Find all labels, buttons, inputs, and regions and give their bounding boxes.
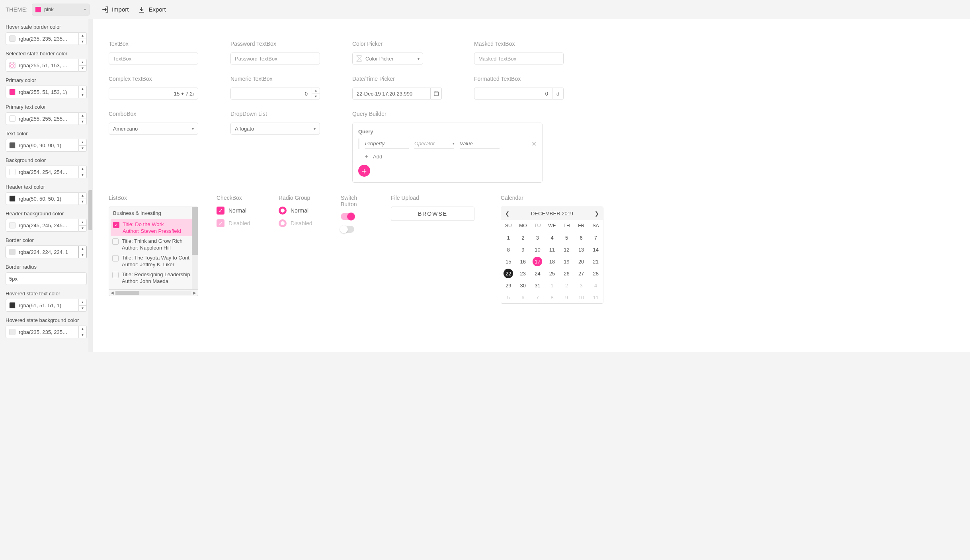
calendar-day[interactable]: 4 [588,279,603,291]
listbox-hscroll[interactable]: ◀▶ [109,289,198,296]
calendar-day[interactable]: 3 [530,232,545,244]
spin-buttons[interactable]: ▲▼ [79,139,87,152]
calendar-day[interactable]: 6 [574,232,589,244]
header-text-input[interactable]: rgba(50, 50, 50, 1) [6,192,79,205]
calendar-day[interactable]: 21 [588,256,603,267]
calendar-day[interactable]: 7 [530,291,545,303]
calendar-day[interactable]: 17 [530,256,545,267]
calendar-day[interactable]: 28 [588,267,603,279]
spin-buttons[interactable]: ▲▼ [79,112,87,125]
spin-buttons[interactable]: ▲▼ [79,86,87,98]
theme-select[interactable]: pink ▾ [32,4,90,16]
primary-input[interactable]: rgba(255, 51, 153, 1) [6,86,79,98]
header-bg-input[interactable]: rgba(245, 245, 245… [6,219,79,232]
listbox[interactable]: Business & Investing ✓Title: Do the Work… [109,207,198,296]
calendar-day[interactable]: 22 [501,267,516,279]
list-item[interactable]: Title: Think and Grow RichAuthor: Napole… [109,236,198,253]
checkbox-normal[interactable]: ✓Normal [217,207,260,215]
calendar-next[interactable]: ❯ [595,211,599,217]
query-operator[interactable]: Operator▾ [414,139,454,149]
datetime-input[interactable] [352,88,431,100]
hovered-bg-input[interactable]: rgba(235, 235, 235… [6,326,79,338]
query-value[interactable] [460,139,500,149]
calendar-day[interactable]: 5 [559,232,574,244]
calendar-icon[interactable] [431,88,442,100]
calendar-day[interactable]: 2 [516,232,531,244]
switch-on[interactable] [341,213,354,220]
spin-buttons[interactable]: ▲▼ [312,88,320,100]
primary-text-input[interactable]: rgba(255, 255, 255… [6,112,79,125]
bg-input[interactable]: rgba(254, 254, 254… [6,166,79,178]
spin-buttons[interactable]: ▲▼ [79,166,87,178]
radio-normal[interactable]: Normal [279,207,322,215]
calendar-prev[interactable]: ❮ [505,211,509,217]
calendar-day[interactable]: 26 [559,267,574,279]
calendar-day[interactable]: 10 [530,244,545,256]
calendar-day[interactable]: 13 [574,244,589,256]
calendar-day[interactable]: 19 [559,256,574,267]
spin-buttons[interactable]: ▲▼ [79,326,87,338]
calendar-day[interactable]: 18 [545,256,560,267]
colorpicker-input[interactable]: Color Picker ▾ [352,53,423,64]
spin-buttons[interactable]: ▲▼ [79,32,87,45]
list-item[interactable]: ✓Title: Do the WorkAuthor: Steven Pressf… [111,219,196,236]
calendar-day[interactable]: 5 [501,291,516,303]
calendar-day[interactable]: 10 [574,291,589,303]
radius-input[interactable] [6,272,87,285]
border-input[interactable]: rgba(224, 224, 224, 1 [6,246,79,258]
calendar-day[interactable]: 14 [588,244,603,256]
calendar-day[interactable]: 9 [559,291,574,303]
calendar-day[interactable]: 31 [530,279,545,291]
password-input[interactable] [230,53,320,64]
calendar-day[interactable]: 1 [545,279,560,291]
calendar-day[interactable]: 7 [588,232,603,244]
spin-buttons[interactable]: ▲▼ [79,299,87,312]
sidebar-scrollbar[interactable] [88,19,92,352]
text-color-input[interactable]: rgba(90, 90, 90, 1) [6,139,79,152]
calendar-day[interactable]: 8 [501,244,516,256]
calendar-day[interactable]: 29 [501,279,516,291]
masked-input[interactable] [474,53,564,64]
hovered-text-input[interactable]: rgba(51, 51, 51, 1) [6,299,79,312]
browse-button[interactable]: BROWSE [391,207,474,221]
calendar-day[interactable]: 23 [516,267,531,279]
spin-buttons[interactable]: ▲▼ [79,246,87,258]
close-icon[interactable]: ✕ [531,140,537,148]
calendar-day[interactable]: 8 [545,291,560,303]
import-button[interactable]: Import [101,6,129,13]
calendar-day[interactable]: 2 [559,279,574,291]
spin-buttons[interactable]: ▲▼ [79,59,87,72]
calendar-day[interactable]: 27 [574,267,589,279]
formatted-input[interactable] [474,88,552,100]
selected-border-input[interactable]: rgba(255, 51, 153, … [6,59,79,72]
calendar-day[interactable]: 15 [501,256,516,267]
calendar-day[interactable]: 1 [501,232,516,244]
calendar-day[interactable]: 25 [545,267,560,279]
spin-buttons[interactable]: ▲▼ [79,192,87,205]
calendar-day[interactable]: 11 [588,291,603,303]
dropdown[interactable]: Affogato▾ [230,123,320,135]
combobox[interactable]: Americano▾ [109,123,198,135]
calendar-day[interactable]: 24 [530,267,545,279]
query-plus-button[interactable]: ＋ [358,165,370,177]
calendar-day[interactable]: 20 [574,256,589,267]
calendar-day[interactable]: 4 [545,232,560,244]
spin-buttons[interactable]: ▲▼ [79,219,87,232]
complex-input[interactable] [109,88,198,100]
list-item[interactable]: Title: Redesigning LeadershipAuthor: Joh… [109,269,198,286]
calendar-day[interactable]: 16 [516,256,531,267]
calendar-day[interactable]: 12 [559,244,574,256]
calendar-day[interactable]: 30 [516,279,531,291]
textbox-input[interactable] [109,53,198,64]
calendar-day[interactable]: 11 [545,244,560,256]
numeric-input[interactable] [230,88,312,100]
query-add-row[interactable]: ＋Add [358,153,537,160]
calendar-day[interactable]: 3 [574,279,589,291]
query-property[interactable] [365,139,409,149]
switch-off[interactable] [341,226,354,233]
list-item[interactable]: Title: The Toyota Way to ContAuthor: Jef… [109,253,198,269]
listbox-scrollbar[interactable] [192,207,198,289]
export-button[interactable]: Export [138,6,166,13]
calendar-day[interactable]: 9 [516,244,531,256]
calendar-day[interactable]: 6 [516,291,531,303]
